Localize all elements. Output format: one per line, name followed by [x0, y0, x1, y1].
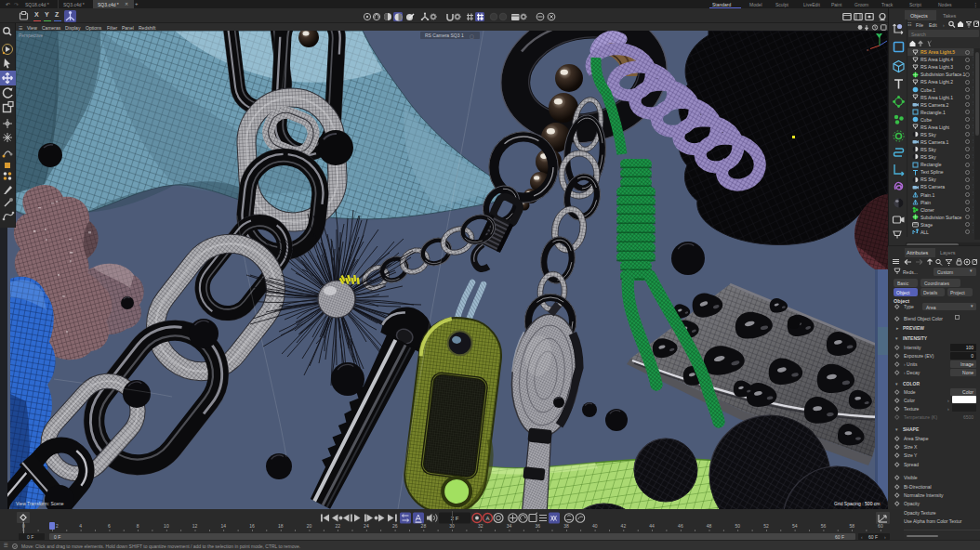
svg-text:48: 48 — [707, 523, 712, 529]
svg-text:x: x — [867, 47, 868, 52]
svg-text:8: 8 — [137, 523, 139, 529]
svg-text:26: 26 — [392, 523, 398, 529]
svg-text:20: 20 — [307, 523, 312, 529]
svg-text:52: 52 — [763, 523, 769, 529]
svg-text:60: 60 — [878, 523, 883, 529]
svg-text:46: 46 — [678, 523, 683, 529]
svg-text:44: 44 — [649, 523, 655, 529]
svg-text:40: 40 — [592, 523, 598, 529]
svg-text:34: 34 — [507, 523, 512, 529]
svg-text:38: 38 — [563, 523, 569, 529]
svg-text:Perspective: Perspective — [19, 33, 43, 38]
svg-text:58: 58 — [849, 523, 854, 529]
svg-text:18: 18 — [278, 523, 284, 529]
svg-text:50: 50 — [735, 523, 741, 529]
svg-text:42: 42 — [621, 523, 627, 529]
svg-text:56: 56 — [821, 523, 827, 529]
svg-text:A: A — [485, 516, 489, 521]
svg-text:12: 12 — [192, 523, 198, 529]
svg-text:Grid Spacing : 500 cm: Grid Spacing : 500 cm — [834, 501, 880, 506]
svg-text:36: 36 — [536, 523, 541, 529]
svg-text:54: 54 — [792, 523, 798, 529]
svg-text:28: 28 — [421, 523, 427, 529]
svg-text:24: 24 — [364, 523, 369, 529]
svg-text:RS Camera SQ3 1: RS Camera SQ3 1 — [425, 33, 464, 38]
svg-text:32: 32 — [478, 523, 483, 529]
svg-text:22: 22 — [335, 523, 340, 529]
svg-text:6: 6 — [108, 523, 111, 529]
svg-text:14: 14 — [221, 523, 227, 529]
svg-text:View Transform: Scene: View Transform: Scene — [16, 501, 64, 506]
svg-text:16: 16 — [249, 523, 255, 529]
svg-text:▢: ▢ — [470, 33, 474, 39]
svg-text:4: 4 — [79, 523, 82, 529]
svg-text:10: 10 — [164, 523, 169, 529]
